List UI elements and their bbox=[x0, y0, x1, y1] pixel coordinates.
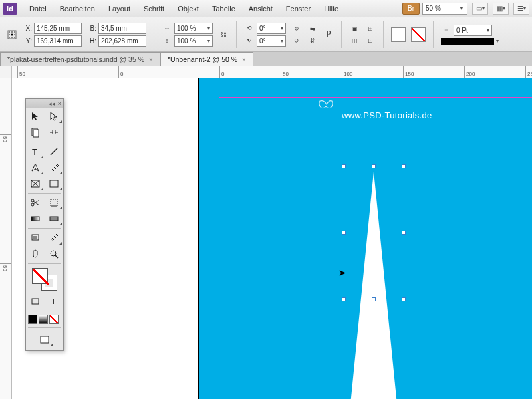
selection-handle[interactable] bbox=[342, 231, 346, 235]
ruler-horizontal[interactable]: 50 0 0 50 100 150 200 250 bbox=[12, 66, 532, 78]
svg-line-30 bbox=[55, 255, 58, 258]
document-page[interactable]: www.PSD-Tutorials.de ➤ bbox=[198, 78, 532, 399]
tools-panel[interactable]: ◂◂× T bbox=[25, 98, 64, 351]
doc-tab-2[interactable]: *Unbenannt-2 @ 50 % × bbox=[160, 52, 253, 66]
stroke-style-selector[interactable] bbox=[441, 38, 494, 45]
selection-handle[interactable] bbox=[342, 297, 346, 301]
tools-panel-header[interactable]: ◂◂× bbox=[26, 99, 63, 108]
selection-handle[interactable] bbox=[402, 164, 406, 168]
apply-text-icon[interactable]: T bbox=[45, 293, 63, 309]
menu-schrift[interactable]: Schrift bbox=[138, 3, 170, 15]
butterfly-icon bbox=[317, 98, 336, 116]
fill-swatch[interactable] bbox=[391, 27, 406, 42]
selection-handle[interactable] bbox=[372, 297, 376, 301]
menu-layout[interactable]: Layout bbox=[103, 3, 136, 15]
scale-x-input[interactable]: 100 %▾ bbox=[174, 23, 213, 34]
screen-mode-icon[interactable]: ▭▾ bbox=[472, 3, 488, 15]
canvas[interactable]: www.PSD-Tutorials.de ➤ ◂◂× bbox=[12, 78, 532, 399]
svg-rect-18 bbox=[50, 180, 58, 187]
select-container-icon[interactable]: ▣ bbox=[349, 23, 360, 34]
x-position-input[interactable]: 145,25 mm bbox=[34, 23, 82, 34]
y-label: Y: bbox=[23, 37, 32, 45]
arrange-docs-icon[interactable]: ▦▾ bbox=[493, 3, 509, 15]
apply-gradient-icon[interactable] bbox=[39, 315, 48, 324]
apply-container-icon[interactable] bbox=[26, 293, 45, 309]
pen-tool[interactable] bbox=[26, 160, 45, 176]
gradient-feather-tool[interactable] bbox=[45, 211, 63, 227]
rectangle-frame-tool[interactable] bbox=[26, 176, 45, 192]
svg-line-13 bbox=[51, 148, 57, 155]
select-content-icon[interactable]: ◫ bbox=[349, 35, 360, 46]
close-icon[interactable]: × bbox=[58, 100, 61, 107]
selection-handle[interactable] bbox=[372, 164, 376, 168]
height-input[interactable]: 202,628 mm bbox=[98, 35, 146, 47]
fit-content-icon[interactable]: ⊞ bbox=[365, 23, 376, 34]
reference-point-icon[interactable] bbox=[7, 29, 17, 40]
eyedropper-tool[interactable] bbox=[45, 230, 63, 246]
constrain-scale-icon[interactable]: ⛓ bbox=[218, 23, 229, 47]
scissors-tool[interactable] bbox=[26, 195, 45, 211]
fill-stroke-control[interactable] bbox=[26, 265, 63, 293]
scale-y-input[interactable]: 100 %▾ bbox=[174, 35, 213, 47]
width-input[interactable]: 34,5 mm bbox=[98, 23, 146, 34]
close-icon[interactable]: × bbox=[242, 56, 246, 63]
fit-frame-icon[interactable]: ⊡ bbox=[365, 35, 376, 46]
ruler-vertical[interactable]: 50 50 bbox=[0, 78, 12, 399]
menu-bar: Id Datei Bearbeiten Layout Schrift Objek… bbox=[0, 0, 532, 17]
svg-text:T: T bbox=[32, 147, 37, 157]
x-label: X: bbox=[23, 25, 32, 32]
rotate-ccw-icon[interactable]: ↺ bbox=[291, 35, 302, 46]
doc-tab-1[interactable]: *plakat-usertreffen-psdtutorials.indd @ … bbox=[0, 52, 160, 66]
rotate-cw-icon[interactable]: ↻ bbox=[291, 23, 302, 34]
rotate-input[interactable]: 0°▾ bbox=[257, 23, 286, 34]
selection-tool[interactable] bbox=[26, 108, 45, 124]
zoom-level-selector[interactable]: 50 % ▼ bbox=[422, 3, 467, 15]
app-badge-icon: Id bbox=[3, 3, 17, 15]
flip-v-icon[interactable]: ⇵ bbox=[307, 35, 318, 46]
type-tool[interactable]: T bbox=[26, 144, 45, 160]
direct-selection-tool[interactable] bbox=[45, 108, 63, 124]
ruler-origin[interactable] bbox=[0, 66, 12, 78]
menu-tabelle[interactable]: Tabelle bbox=[207, 3, 241, 15]
menu-datei[interactable]: Datei bbox=[24, 3, 52, 15]
menu-ansicht[interactable]: Ansicht bbox=[243, 3, 278, 15]
free-transform-tool[interactable] bbox=[45, 195, 63, 211]
page-tool[interactable] bbox=[26, 124, 45, 140]
selection-handle[interactable] bbox=[402, 231, 406, 235]
menu-hilfe[interactable]: Hilfe bbox=[319, 3, 344, 15]
close-icon[interactable]: × bbox=[149, 56, 153, 63]
stroke-weight-input[interactable]: 0 Pt▾ bbox=[454, 25, 492, 36]
apply-color-icon[interactable] bbox=[28, 315, 37, 324]
stroke-swatch[interactable] bbox=[411, 27, 426, 42]
bridge-button[interactable]: Br bbox=[402, 3, 420, 15]
note-tool[interactable] bbox=[26, 230, 45, 246]
menu-objekt[interactable]: Objekt bbox=[172, 3, 204, 15]
menu-bearbeiten[interactable]: Bearbeiten bbox=[55, 3, 100, 15]
gap-tool[interactable] bbox=[45, 124, 63, 140]
y-position-input[interactable]: 169,314 mm bbox=[34, 35, 82, 47]
svg-point-5 bbox=[11, 33, 13, 35]
svg-point-2 bbox=[11, 31, 13, 33]
apply-none-icon[interactable] bbox=[49, 315, 59, 324]
line-tool[interactable] bbox=[45, 144, 63, 160]
shear-input[interactable]: 0°▾ bbox=[257, 35, 286, 47]
gradient-swatch-tool[interactable] bbox=[26, 211, 45, 227]
pencil-tool[interactable] bbox=[45, 160, 63, 176]
fill-color-icon[interactable] bbox=[32, 268, 48, 284]
flip-h-icon[interactable]: ⇋ bbox=[307, 23, 318, 34]
collapse-icon[interactable]: ◂◂ bbox=[49, 100, 55, 107]
view-mode-normal[interactable] bbox=[35, 332, 54, 348]
workspace-switcher-icon[interactable]: ☰▾ bbox=[513, 3, 529, 15]
hand-tool[interactable] bbox=[26, 246, 45, 262]
reference-point[interactable] bbox=[7, 29, 17, 40]
menu-fenster[interactable]: Fenster bbox=[281, 3, 316, 15]
selection-bounding-box[interactable] bbox=[344, 166, 404, 299]
selection-handle[interactable] bbox=[402, 297, 406, 301]
selection-handle[interactable] bbox=[342, 164, 346, 168]
zoom-tool[interactable] bbox=[45, 246, 63, 262]
separator bbox=[341, 21, 342, 48]
svg-point-1 bbox=[9, 31, 10, 33]
p-icon[interactable]: P bbox=[323, 29, 334, 40]
rectangle-tool[interactable] bbox=[45, 176, 63, 192]
control-bar: X: 145,25 mm Y: 169,314 mm B: 34,5 mm H:… bbox=[0, 17, 532, 52]
